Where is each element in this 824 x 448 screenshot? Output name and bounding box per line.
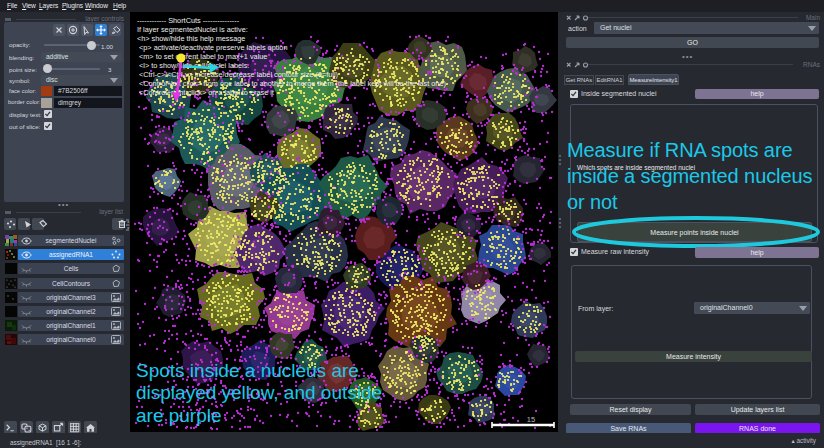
svg-text:15: 15 bbox=[527, 415, 535, 424]
